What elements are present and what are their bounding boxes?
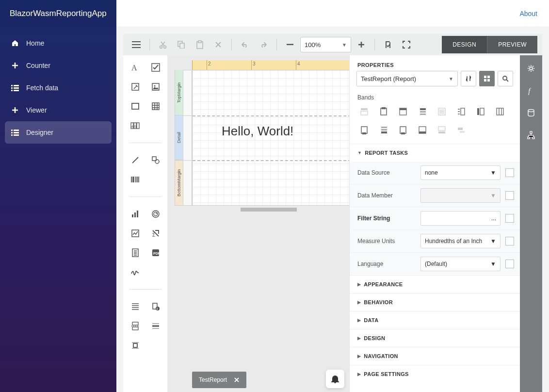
svg-rect-35 <box>134 212 136 217</box>
rail-expressions[interactable]: f <box>524 83 538 98</box>
band-reportheader[interactable] <box>377 105 390 118</box>
cut-button[interactable] <box>155 36 171 53</box>
tool-chart[interactable] <box>128 207 143 221</box>
tool-shape[interactable] <box>148 153 163 167</box>
svg-rect-54 <box>487 79 490 82</box>
svg-rect-82 <box>458 128 463 130</box>
band-pagefooter[interactable] <box>416 123 429 137</box>
redo-button[interactable] <box>255 36 272 53</box>
section-appearance[interactable]: ▶APPEARANCE <box>350 276 520 293</box>
tool-picturebox[interactable] <box>148 80 163 94</box>
band-groupheader[interactable] <box>416 105 429 118</box>
band-groupfooter[interactable] <box>377 123 390 137</box>
tool-sparkline[interactable] <box>128 226 143 241</box>
nav-item-fetchdata[interactable]: Fetch data <box>0 77 116 99</box>
section-data[interactable]: ▶DATA <box>350 311 520 329</box>
zoom-in-button[interactable] <box>353 36 370 53</box>
band-bottommargin-label[interactable]: BottomMargin <box>175 160 183 206</box>
svg-rect-50 <box>133 343 137 347</box>
tool-checkbox[interactable] <box>148 60 163 75</box>
band-topmargin-label[interactable]: TopMargin <box>175 70 183 115</box>
label-language: Language <box>357 261 416 267</box>
mode-design-button[interactable]: DESIGN <box>442 36 487 53</box>
reset-language[interactable] <box>505 260 514 268</box>
svg-rect-62 <box>400 108 406 110</box>
tool-barcode[interactable] <box>128 172 143 187</box>
reset-datasource[interactable] <box>505 168 514 177</box>
nav-item-viewer[interactable]: Viewer <box>0 99 116 121</box>
svg-rect-5 <box>14 90 19 91</box>
close-icon[interactable] <box>234 377 240 383</box>
tool-subreport[interactable] <box>128 245 143 260</box>
select-language[interactable]: (Default)▼ <box>420 257 501 271</box>
zoom-select[interactable]: 100% ▼ <box>300 37 351 52</box>
svg-rect-64 <box>420 111 426 113</box>
home-icon <box>11 39 19 48</box>
select-datasource[interactable]: none▼ <box>420 165 501 180</box>
svg-point-86 <box>528 110 534 112</box>
sort-button[interactable] <box>461 71 476 86</box>
mode-preview-button[interactable]: PREVIEW <box>487 36 537 53</box>
band-detail-label[interactable]: Detail <box>175 115 183 160</box>
element-selector[interactable]: TestReport (Report) ▼ <box>356 71 458 86</box>
about-link[interactable]: About <box>519 10 537 17</box>
tool-line[interactable] <box>128 153 143 167</box>
delete-button[interactable] <box>210 36 226 53</box>
select-measureunits[interactable]: Hundredths of an Inch▼ <box>420 234 501 248</box>
tool-pdfcontent[interactable]: PDF <box>148 245 163 260</box>
band-reportfooter[interactable] <box>396 123 410 137</box>
nav-item-counter[interactable]: Counter <box>0 54 116 77</box>
section-pagesettings[interactable]: ▶PAGE SETTINGS <box>350 365 520 383</box>
band-verticalheader[interactable] <box>474 105 487 118</box>
tool-charactercomb[interactable]: ab <box>128 118 143 133</box>
copy-button[interactable] <box>173 36 190 53</box>
menu-button[interactable] <box>128 36 145 53</box>
band-detailreport[interactable] <box>454 105 468 118</box>
reset-datamember[interactable] <box>505 191 514 200</box>
undo-button[interactable] <box>237 36 253 53</box>
app-sidebar: BlazorWasmReportingApp Home Counter Fetc… <box>0 0 116 392</box>
tool-richtext[interactable] <box>128 80 143 94</box>
tool-pageinfo[interactable]: i <box>148 299 163 314</box>
reset-measureunits[interactable] <box>505 237 514 245</box>
fullscreen-button[interactable] <box>398 36 415 53</box>
tool-panel[interactable] <box>128 99 143 114</box>
nav-item-designer[interactable]: Designer <box>5 121 112 144</box>
notifications-button[interactable] <box>326 370 344 388</box>
search-button[interactable] <box>498 71 513 86</box>
zoom-out-button[interactable] <box>282 36 298 53</box>
tool-pdfsignature[interactable] <box>128 265 143 279</box>
svg-rect-73 <box>381 127 387 128</box>
tool-crossbandline[interactable] <box>148 319 163 333</box>
nav-item-home[interactable]: Home <box>0 32 116 54</box>
rail-fieldlist[interactable] <box>524 106 538 120</box>
paste-button[interactable] <box>192 36 208 53</box>
section-report-tasks[interactable]: ▼ REPORT TASKS <box>350 144 520 162</box>
tool-tableofcontents[interactable] <box>128 299 143 314</box>
tool-gauge[interactable] <box>148 207 163 221</box>
rail-reportexplorer[interactable] <box>524 128 538 143</box>
caret-down-icon: ▼ <box>449 76 453 82</box>
label-hello[interactable]: Hello, World! <box>222 124 293 139</box>
rail-properties[interactable] <box>524 61 538 76</box>
band-verticaldetail[interactable] <box>493 105 507 118</box>
tool-crossbandbox[interactable] <box>128 338 143 353</box>
categorize-button[interactable] <box>479 71 495 86</box>
band-verticaltotal[interactable] <box>357 123 371 137</box>
design-canvas[interactable]: 2 3 4 TopMargin Detail BottomMargin <box>168 55 349 392</box>
section-behavior[interactable]: ▶BEHAVIOR <box>350 294 520 311</box>
svg-rect-52 <box>487 76 490 78</box>
section-design[interactable]: ▶DESIGN <box>350 329 520 347</box>
tool-pivotgrid[interactable]: Σ <box>148 226 163 241</box>
band-pageheader[interactable] <box>396 105 410 118</box>
svg-rect-76 <box>400 127 406 133</box>
tool-pagebreak[interactable] <box>128 319 143 333</box>
input-filterstring[interactable]: ... <box>420 211 501 226</box>
validate-button[interactable] <box>380 36 396 53</box>
section-navigation[interactable]: ▶NAVIGATION <box>350 347 520 365</box>
reset-filterstring[interactable] <box>505 214 514 223</box>
report-page[interactable]: Hello, World! <box>192 70 349 206</box>
report-tab[interactable]: TestReport <box>192 372 246 388</box>
tool-label[interactable]: A <box>128 60 143 75</box>
tool-table[interactable] <box>148 99 163 114</box>
